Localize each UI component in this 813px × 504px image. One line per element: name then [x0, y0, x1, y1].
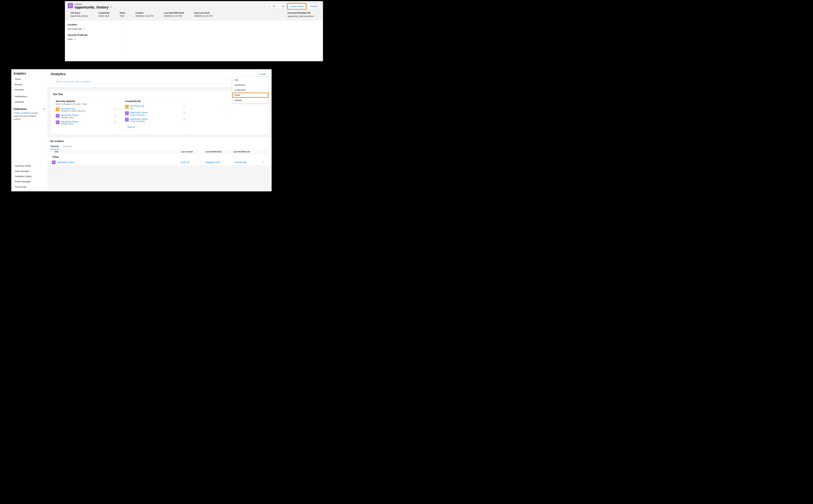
item-actions-button[interactable]: ▼: [182, 111, 186, 115]
item-title-link[interactable]: opportunity_history: [61, 120, 113, 123]
tab-favorites[interactable]: Favorites: [63, 144, 72, 149]
create-menu-item[interactable]: Model: [232, 93, 269, 98]
edit-predicate-icon[interactable]: [74, 38, 76, 40]
search-icon: [52, 80, 54, 83]
create-button[interactable]: Create: [257, 71, 269, 77]
create-menu-item[interactable]: App: [232, 78, 268, 83]
sidebar-item[interactable]: Model Manager: [11, 179, 47, 184]
sidebar-item[interactable]: Learning Center: [11, 163, 47, 168]
item-actions-button[interactable]: ▼: [182, 105, 186, 108]
meta-value-lastused: 2/8/2023, 01:31 PM: [194, 15, 212, 17]
icon-button-group: [267, 4, 286, 9]
sidebar-item[interactable]: Home: [11, 77, 47, 82]
item-subtitle: Modified today: [61, 116, 113, 119]
view-all-button[interactable]: View All: [125, 125, 137, 130]
col-last-viewed: Last Viewed: [181, 151, 205, 153]
analytics-home-panel: Analytics HomeBrowseFavorites Notificati…: [11, 69, 272, 191]
sidebar-item[interactable]: Browse: [11, 82, 47, 87]
sync-icon: [276, 4, 281, 8]
list-item: opportunity_historyIn My Private App▼: [125, 110, 186, 117]
item-actions-button[interactable]: ▼: [182, 118, 186, 121]
page-title: opportunity_history: [75, 5, 109, 9]
search-input[interactable]: [56, 80, 229, 83]
meta-label-lastused: Data Last Used: [194, 12, 212, 14]
search-box[interactable]: [51, 79, 231, 84]
dataset-body-left: Location My Private App Security Predica…: [65, 21, 125, 57]
item-actions-button[interactable]: ▼: [113, 114, 117, 117]
col-last-modified-by: Last Modified By: [205, 151, 234, 153]
app-icon: [56, 108, 59, 111]
item-actions-button[interactable]: ▼: [113, 108, 117, 111]
svg-rect-0: [57, 109, 58, 110]
meta-value-refreshed: 2/8/2023, 01:31 PM: [164, 15, 184, 17]
dataset-header: Dataset opportunity_history: [65, 1, 323, 21]
dataset-icon: [56, 114, 59, 118]
dataset-icon: [125, 111, 129, 115]
sidebar: Analytics HomeBrowseFavorites Notificati…: [11, 69, 47, 191]
sidebar-item[interactable]: Favorites: [11, 87, 47, 92]
item-actions-button[interactable]: ▼: [113, 120, 117, 124]
item-title-link[interactable]: opportunity_history: [130, 111, 182, 114]
add-collection-icon[interactable]: +: [43, 108, 45, 111]
list-item: opportunity_historyModified today▼: [56, 113, 116, 120]
svg-rect-3: [126, 106, 127, 107]
create-menu-item[interactable]: Dashboard: [232, 82, 268, 88]
main-heading: Analytics: [51, 72, 66, 76]
recently-updated-heading: Recently Updated: [56, 100, 116, 103]
create-collection-link[interactable]: Create a collection: [14, 112, 31, 114]
meta-label-xmd: Extended Metadata File: [288, 12, 317, 14]
tab-recents[interactable]: Recents: [50, 144, 59, 149]
sidebar-item[interactable]: Data Manager: [11, 168, 47, 174]
item-title-link[interactable]: opportunity_history: [61, 114, 113, 116]
row-title-link[interactable]: opportunity_history: [57, 161, 74, 163]
trash-icon[interactable]: [281, 4, 285, 8]
create-menu-item[interactable]: Component: [232, 88, 268, 93]
dataset-icon: [52, 160, 55, 164]
item-subtitle: In My Private App: [130, 114, 182, 116]
create-model-button[interactable]: Create Model: [288, 4, 306, 9]
recently-updated-sub: New or changed in the last 7 days: [56, 103, 116, 105]
collections-heading: Collections: [14, 108, 27, 110]
predicate-label: Security Predicate: [68, 34, 122, 36]
item-app-link[interactable]: My Private App: [132, 114, 145, 116]
meta-value-created: 2/8/2023, 01:31 PM: [135, 15, 153, 17]
table-row[interactable]: opportunity_history 10:31 AM Integration…: [50, 159, 269, 165]
date-group-today: Today: [50, 154, 269, 159]
item-title-link[interactable]: My Private App: [130, 105, 182, 107]
row-actions-button[interactable]: ▼: [262, 161, 265, 164]
table-header: Title Last Viewed Last Modified By Last …: [50, 149, 269, 154]
recently-updated-col: Recently Updated New or changed in the l…: [53, 98, 119, 132]
edit-title-icon[interactable]: [110, 6, 112, 8]
app-icon: [125, 105, 129, 109]
sidebar-item[interactable]: Template Gallery: [11, 174, 47, 179]
item-subtitle: In My Private App: [130, 120, 182, 122]
meta-value-xmd: opportunity_history.xmd.json: [288, 15, 314, 17]
dataset-icon: [68, 3, 73, 8]
create-menu-item[interactable]: Dataset: [232, 98, 268, 103]
item-subtitle: Modified on Invalid DateTime: [61, 110, 113, 112]
meta-label-created: Created: [135, 12, 153, 14]
sidebar-item[interactable]: Community: [11, 184, 47, 189]
edit-location-icon[interactable]: [83, 28, 85, 30]
my-analytics-heading: My Analytics: [50, 139, 269, 144]
svg-rect-1: [57, 109, 57, 109]
main-area: Analytics Create AppDashboardComponentMo…: [47, 69, 272, 191]
xmd-dropdown-button[interactable]: ▼: [315, 15, 317, 17]
row-last-modified-by: Integration User: [205, 161, 234, 163]
sidebar-item[interactable]: Watchlist: [11, 99, 47, 104]
item-title-link[interactable]: My Private App: [61, 108, 113, 110]
gear-icon[interactable]: [272, 4, 276, 8]
sidebar-heading: Analytics: [11, 71, 47, 77]
upload-icon[interactable]: [267, 4, 272, 8]
meta-value-api: opportunity_history: [70, 15, 88, 17]
sidebar-item[interactable]: Notifications: [11, 94, 47, 99]
meta-label-refreshed: Last Data Refreshed: [164, 12, 184, 14]
dataset-icon: [56, 120, 59, 124]
meta-label-rows: Rows: [120, 12, 125, 14]
row-last-viewed: 10:31 AM: [181, 161, 205, 163]
create-menu: AppDashboardComponentModelDataset: [232, 77, 269, 103]
item-title-link[interactable]: opportunity_history: [130, 118, 182, 120]
location-value: My Private App: [68, 28, 82, 30]
item-app-link[interactable]: My Private App: [132, 120, 145, 122]
explore-button[interactable]: Explore: [308, 4, 320, 9]
